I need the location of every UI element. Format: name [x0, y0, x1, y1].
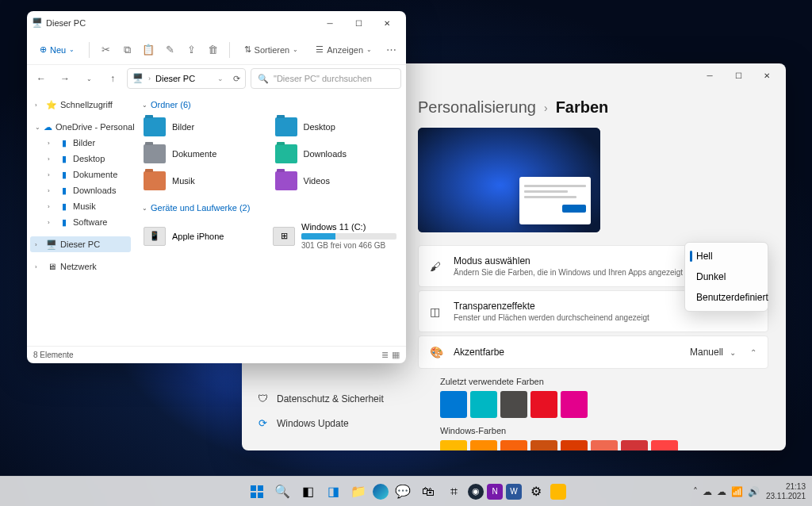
- nav-bilder[interactable]: ›▮Bilder: [30, 135, 131, 151]
- chevron-down-icon[interactable]: ⌄: [217, 75, 224, 82]
- up-button[interactable]: ↑: [103, 69, 122, 88]
- edge-icon[interactable]: [373, 484, 389, 500]
- volume-icon[interactable]: 🔊: [748, 486, 760, 497]
- store-icon[interactable]: 🛍: [417, 481, 439, 503]
- svg-rect-3: [258, 493, 263, 498]
- nav-network[interactable]: ›🖥Netzwerk: [30, 259, 131, 274]
- more-icon[interactable]: ⋯: [383, 40, 400, 59]
- cloud-icon[interactable]: ☁: [717, 486, 726, 497]
- folder-downloads[interactable]: Downloads: [274, 143, 399, 165]
- word-icon[interactable]: W: [506, 484, 522, 500]
- group-drives[interactable]: ⌄Geräte und Laufwerke (2): [142, 200, 398, 216]
- new-button[interactable]: ⊕ Neu ⌄: [33, 41, 81, 58]
- onedrive-tray-icon[interactable]: ☁: [703, 486, 712, 497]
- sort-button[interactable]: ⇅ Sortieren ⌄: [238, 41, 305, 58]
- minimize-button[interactable]: ─: [316, 12, 344, 34]
- color-swatch[interactable]: [591, 440, 618, 450]
- nav-dokumente[interactable]: ›▮Dokumente: [30, 167, 131, 182]
- chevron-down-icon: ⌄: [730, 348, 736, 357]
- task-view-icon[interactable]: ◧: [297, 481, 319, 503]
- chevron-up-icon[interactable]: ˄: [693, 486, 698, 497]
- breadcrumb-parent[interactable]: Personalisierung: [418, 98, 536, 117]
- drive-c[interactable]: ⊞ Windows 11 (C:) 301 GB frei von 466 GB: [271, 219, 398, 253]
- color-swatch[interactable]: [530, 440, 557, 450]
- back-button[interactable]: ←: [32, 69, 51, 88]
- color-swatch[interactable]: [651, 440, 678, 450]
- view-button[interactable]: ☰ Anzeigen ⌄: [309, 41, 378, 58]
- nav-software[interactable]: ›▮Software: [30, 214, 131, 230]
- slack-icon[interactable]: ⌗: [442, 481, 465, 503]
- folder-desktop[interactable]: Desktop: [274, 116, 399, 138]
- folder-musik[interactable]: Musik: [142, 170, 267, 192]
- color-swatch[interactable]: [561, 391, 588, 418]
- quickshare-icon[interactable]: [550, 484, 566, 500]
- item-count: 8 Elemente: [33, 351, 74, 359]
- address-bar[interactable]: 🖥️ › Dieser PC ⌄ ⟳: [127, 68, 246, 89]
- nav-desktop[interactable]: ›▮Desktop: [30, 151, 131, 167]
- dropdown-option-custom[interactable]: Benutzerdefiniert: [688, 287, 764, 308]
- copy-icon[interactable]: ⧉: [119, 40, 136, 59]
- color-swatch[interactable]: [440, 440, 467, 450]
- plus-icon: ⊕: [40, 44, 47, 55]
- explorer-icon[interactable]: 📁: [347, 481, 370, 503]
- palette-icon: 🎨: [430, 346, 444, 358]
- widgets-icon[interactable]: ◨: [322, 481, 344, 503]
- taskbar: 🔍 ◧ ◨ 📁 💬 🛍 ⌗ ◉ N W ⚙ ˄ ☁ ☁ 📶 🔊 21:13 23…: [0, 476, 812, 506]
- settings-icon[interactable]: ⚙: [525, 481, 547, 503]
- nav-privacy[interactable]: 🛡 Datenschutz & Sicherheit: [248, 387, 408, 410]
- color-swatch[interactable]: [470, 440, 497, 450]
- search-icon[interactable]: 🔍: [271, 481, 293, 503]
- color-swatch[interactable]: [561, 440, 588, 450]
- setting-subtitle: Fenster und Flächen werden durchscheinen…: [454, 313, 756, 322]
- folder-videos[interactable]: Videos: [274, 170, 399, 192]
- folder-bilder[interactable]: Bilder: [142, 116, 267, 138]
- maximize-button[interactable]: ☐: [344, 12, 373, 34]
- steam-icon[interactable]: ◉: [468, 484, 484, 500]
- details-view-icon[interactable]: ≣: [381, 350, 389, 360]
- wifi-icon[interactable]: 📶: [731, 486, 743, 497]
- nav-musik[interactable]: ›▮Musik: [30, 198, 131, 214]
- device-iphone[interactable]: 📱 Apple iPhone: [142, 219, 265, 253]
- rename-icon[interactable]: ✎: [162, 40, 178, 59]
- color-swatch[interactable]: [530, 391, 557, 418]
- explorer-window: 🖥️ Dieser PC ─ ☐ ✕ ⊕ Neu ⌄ ✂ ⧉ 📋 ✎ ⇪ 🗑 ⇅…: [27, 11, 406, 363]
- cut-icon[interactable]: ✂: [98, 40, 114, 59]
- paste-icon[interactable]: 📋: [140, 40, 157, 59]
- teams-icon[interactable]: 💬: [392, 481, 414, 503]
- dropdown-option-hell[interactable]: Hell: [688, 246, 764, 266]
- address-text: Dieser PC: [155, 74, 195, 83]
- onenote-icon[interactable]: N: [487, 484, 503, 500]
- dropdown-option-dunkel[interactable]: Dunkel: [688, 266, 764, 287]
- folder-dokumente[interactable]: Dokumente: [142, 143, 267, 165]
- setting-accent-color[interactable]: 🎨 Akzentfarbe Manuell ⌄ ⌃: [418, 335, 768, 369]
- nav-quick-access[interactable]: ›⭐Schnellzugriff: [30, 97, 131, 113]
- maximize-button[interactable]: ☐: [724, 64, 753, 86]
- recent-button[interactable]: ⌄: [79, 69, 98, 88]
- star-icon: ⭐: [46, 99, 57, 110]
- share-icon[interactable]: ⇪: [183, 40, 200, 59]
- color-swatch[interactable]: [500, 440, 527, 450]
- nav-this-pc[interactable]: ›🖥️Dieser PC: [30, 236, 131, 252]
- tiles-view-icon[interactable]: ▦: [392, 350, 400, 360]
- refresh-icon[interactable]: ⟳: [233, 74, 240, 84]
- search-input[interactable]: 🔍 "Dieser PC" durchsuchen: [251, 68, 401, 89]
- chevron-down-icon: ⌄: [293, 46, 298, 53]
- folder-icon: ▮: [59, 217, 70, 228]
- close-button[interactable]: ✕: [753, 64, 781, 86]
- start-button[interactable]: [246, 481, 268, 503]
- nav-downloads[interactable]: ›▮Downloads: [30, 182, 131, 198]
- group-folders[interactable]: ⌄Ordner (6): [142, 97, 398, 113]
- clock[interactable]: 21:13 23.11.2021: [766, 482, 806, 501]
- color-swatch[interactable]: [440, 391, 467, 418]
- explorer-toolbar: ⊕ Neu ⌄ ✂ ⧉ 📋 ✎ ⇪ 🗑 ⇅ Sortieren ⌄ ☰ Anze…: [27, 35, 406, 65]
- minimize-button[interactable]: ─: [695, 64, 724, 86]
- forward-button[interactable]: →: [56, 69, 75, 88]
- color-swatch[interactable]: [621, 440, 648, 450]
- nav-windows-update[interactable]: ⟳ Windows Update: [248, 412, 408, 435]
- nav-onedrive[interactable]: ⌄☁OneDrive - Personal: [30, 119, 131, 135]
- recent-colors-row: [440, 391, 768, 418]
- color-swatch[interactable]: [500, 391, 527, 418]
- color-swatch[interactable]: [470, 391, 497, 418]
- close-button[interactable]: ✕: [373, 12, 401, 34]
- delete-icon[interactable]: 🗑: [205, 40, 221, 59]
